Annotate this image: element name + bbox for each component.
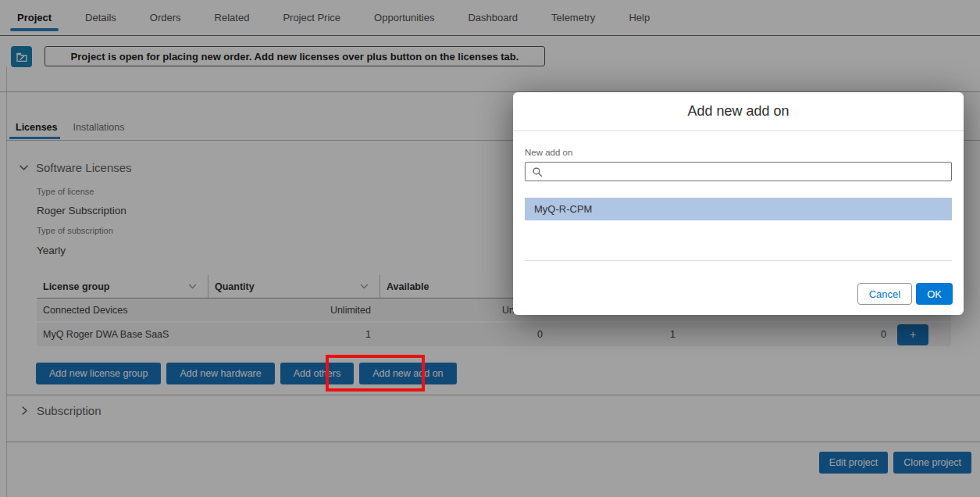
dialog-footer: Cancel OK xyxy=(857,283,953,305)
add-on-search-input[interactable] xyxy=(543,163,951,181)
ok-button[interactable]: OK xyxy=(916,283,953,305)
cancel-button[interactable]: Cancel xyxy=(857,283,912,305)
new-add-on-label: New add on xyxy=(525,148,952,157)
search-icon xyxy=(532,166,543,177)
add-on-option-list: MyQ-R-CPM xyxy=(525,198,952,220)
dialog-title: Add new add on xyxy=(513,92,964,131)
dialog-footer-divider xyxy=(525,260,952,261)
add-on-option-myq-r-cpm[interactable]: MyQ-R-CPM xyxy=(525,198,952,220)
add-on-search-box[interactable] xyxy=(525,162,952,181)
add-new-add-on-dialog: Add new add on New add on MyQ-R-CPM Canc… xyxy=(513,92,964,315)
dialog-body: New add on MyQ-R-CPM xyxy=(513,148,964,220)
